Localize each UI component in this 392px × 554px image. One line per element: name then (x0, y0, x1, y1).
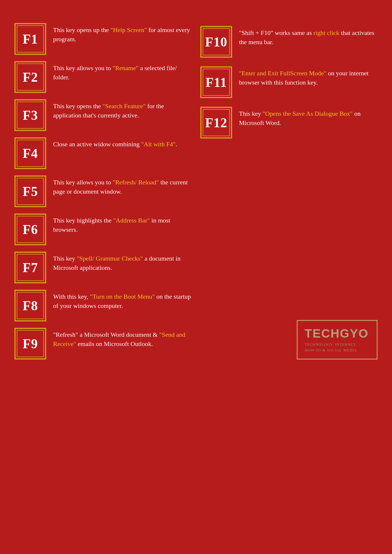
key-label-f4: F4 (23, 146, 38, 161)
key-item-f6: F6This key highlights the "Address Bar" … (14, 214, 192, 245)
brand-box: TECHGYOTECHNOLOGY, INTERNET, HOW-TO & SO… (297, 320, 378, 360)
key-item-f11: F11"Enter and Exit FullScreen Mode" on y… (200, 66, 378, 98)
key-desc-f5: This key allows you to "Refresh/ Reload"… (53, 175, 192, 196)
key-box-f12: F12 (200, 107, 232, 138)
key-box-f3: F3 (14, 99, 46, 131)
key-item-f3: F3This key opens the "Search Feature" fo… (14, 99, 192, 131)
key-box-f2: F2 (14, 61, 46, 93)
key-desc-f6: This key highlights the "Address Bar" in… (53, 214, 192, 234)
key-label-f6: F6 (23, 222, 38, 237)
key-item-f7: F7This key "Spell/ Grammar Checks" a doc… (14, 252, 192, 283)
key-desc-f7: This key "Spell/ Grammar Checks" a docum… (53, 252, 192, 272)
key-box-f11: F11 (200, 66, 232, 98)
brand-subtitle: TECHNOLOGY, INTERNET, HOW-TO & SOCIAL ME… (305, 342, 370, 353)
key-box-f4: F4 (14, 137, 46, 169)
key-item-f12: F12This key "Opens the Save As Dialogue … (200, 107, 378, 138)
key-item-f4: F4Close an active widow combining "Alt w… (14, 137, 192, 169)
key-desc-f4: Close an active widow combining "Alt wit… (53, 137, 177, 149)
key-label-f10: F10 (205, 34, 227, 50)
key-desc-f9: "Refresh" a Microsoft Word document & "S… (53, 328, 192, 349)
key-desc-f1: This key opens up the "Help Screen" for … (53, 23, 192, 44)
key-desc-f12: This key "Opens the Save As Dialogue Box… (239, 107, 378, 128)
key-item-f5: F5This key allows you to "Refresh/ Reloa… (14, 175, 192, 207)
key-box-f6: F6 (14, 214, 46, 245)
key-box-f7: F7 (14, 252, 46, 283)
key-label-f11: F11 (206, 75, 227, 90)
key-item-f8: F8With this key, "Turn on the Boot Menu"… (14, 290, 192, 321)
key-label-f7: F7 (23, 260, 38, 275)
key-desc-f3: This key opens the "Search Feature" for … (53, 99, 192, 120)
key-desc-f8: With this key, "Turn on the Boot Menu" o… (53, 290, 192, 310)
left-column: F1This key opens up the "Help Screen" fo… (14, 23, 192, 360)
key-desc-f2: This key allows you to "Rename" a select… (53, 61, 192, 82)
key-label-f2: F2 (23, 70, 38, 85)
key-item-f2: F2This key allows you to "Rename" a sele… (14, 61, 192, 93)
key-item-f9: F9"Refresh" a Microsoft Word document & … (14, 328, 192, 360)
brand-name: TECHGYO (305, 327, 370, 340)
key-box-f8: F8 (14, 290, 46, 321)
key-desc-f11: "Enter and Exit FullScreen Mode" on your… (239, 66, 378, 87)
key-item-f1: F1This key opens up the "Help Screen" fo… (14, 23, 192, 55)
key-label-f5: F5 (23, 184, 38, 199)
key-label-f8: F8 (23, 298, 38, 313)
right-column: F10"Shift + F10" works same as right cli… (200, 23, 378, 360)
key-label-f12: F12 (205, 115, 227, 130)
key-box-f10: F10 (200, 26, 232, 58)
key-box-f5: F5 (14, 175, 46, 207)
key-box-f1: F1 (14, 23, 46, 55)
key-box-f9: F9 (14, 328, 46, 360)
key-label-f3: F3 (23, 108, 38, 123)
key-label-f9: F9 (23, 336, 38, 351)
key-desc-f10: "Shift + F10" works same as right click … (239, 26, 378, 47)
key-label-f1: F1 (23, 31, 38, 47)
content-area: F1This key opens up the "Help Screen" fo… (14, 23, 378, 360)
key-item-f10: F10"Shift + F10" works same as right cli… (200, 26, 378, 58)
